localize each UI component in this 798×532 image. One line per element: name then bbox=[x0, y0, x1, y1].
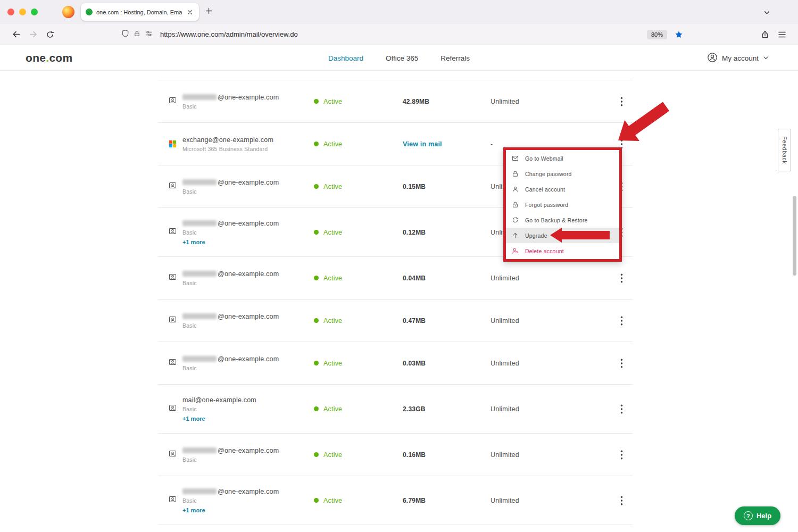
onecom-logo[interactable]: one.com bbox=[26, 52, 72, 64]
help-button[interactable]: ? Help bbox=[735, 506, 780, 525]
status-dot-icon bbox=[314, 498, 319, 503]
row-actions-kebab-button[interactable] bbox=[614, 94, 629, 109]
mail-account-icon bbox=[169, 227, 177, 237]
back-icon[interactable] bbox=[7, 27, 24, 43]
nav-link-referrals[interactable]: Referrals bbox=[440, 54, 470, 62]
menu-icon[interactable] bbox=[774, 27, 791, 43]
email-domain: @one-example.com bbox=[218, 488, 279, 495]
more-accounts-link[interactable]: +1 more bbox=[182, 239, 279, 245]
permissions-icon[interactable] bbox=[145, 30, 153, 39]
change-password-icon bbox=[512, 170, 519, 177]
status-label: Active bbox=[323, 275, 342, 282]
email-domain: @one-example.com bbox=[218, 313, 279, 320]
table-row: @one-example.com Basic Active 0.04MB Unl… bbox=[158, 257, 633, 300]
quota-value: Unlimited bbox=[488, 317, 610, 325]
my-account-label: My account bbox=[722, 54, 759, 62]
table-row: mail@one-example.com Basic +1 more Activ… bbox=[158, 385, 633, 434]
plan-label: Basic bbox=[182, 188, 279, 195]
status-dot-icon bbox=[314, 230, 319, 235]
email-text-block: exchange@one-example.com Microsoft 365 B… bbox=[182, 136, 273, 152]
storage-value: 6.79MB bbox=[400, 497, 488, 504]
context-menu-item[interactable]: Forgot password bbox=[506, 197, 619, 212]
email-text-block: mail@one-example.com Basic +1 more bbox=[182, 396, 256, 422]
feedback-tab[interactable]: Feedback bbox=[778, 129, 791, 171]
email-cell: @one-example.com Basic +1 more bbox=[158, 220, 312, 245]
shield-icon[interactable] bbox=[121, 29, 129, 40]
firefox-icon bbox=[62, 6, 74, 18]
context-menu-item-label: Forgot password bbox=[525, 202, 568, 208]
bookmark-star-icon[interactable] bbox=[671, 27, 686, 42]
forgot-password-icon bbox=[512, 201, 519, 208]
new-tab-button[interactable] bbox=[205, 7, 212, 16]
more-accounts-link[interactable]: +1 more bbox=[182, 507, 279, 513]
email-cell: @one-example.com Basic bbox=[158, 270, 312, 286]
email-address: exchange@one-example.com bbox=[182, 136, 273, 144]
context-menu-item[interactable]: Change password bbox=[506, 166, 619, 181]
url-text[interactable]: https://www.one.com/admin/mail/overview.… bbox=[160, 30, 298, 38]
context-menu-item[interactable]: Go to Webmail bbox=[506, 151, 619, 166]
table-row: @one-example.com Basic Active 0.03MB Unl… bbox=[158, 342, 633, 385]
status-dot-icon bbox=[314, 184, 319, 189]
quota-value: Unlimited bbox=[488, 405, 610, 413]
status-label: Active bbox=[323, 497, 342, 504]
tab-overflow-chevron-icon[interactable] bbox=[763, 9, 770, 18]
context-menu-item[interactable]: Delete account bbox=[506, 243, 619, 259]
email-address: @one-example.com bbox=[182, 447, 279, 454]
page-scrollbar-thumb[interactable] bbox=[793, 196, 796, 276]
status-cell: Active bbox=[312, 497, 400, 504]
email-cell: @one-example.com Basic bbox=[158, 313, 312, 329]
redacted-email-local bbox=[182, 271, 217, 277]
email-cell: @one-example.com Basic +1 more bbox=[158, 488, 312, 513]
row-actions-kebab-button[interactable] bbox=[614, 313, 629, 328]
macos-close-button[interactable] bbox=[7, 9, 14, 15]
url-bar[interactable]: https://www.one.com/admin/mail/overview.… bbox=[121, 27, 686, 42]
table-row: @one-example.com Basic Active 42.89MB Un… bbox=[158, 80, 633, 123]
email-text-block: @one-example.com Basic +1 more bbox=[182, 220, 279, 245]
browser-tab-bar: one.com : Hosting, Domain, Ema bbox=[0, 0, 798, 24]
email-address: @one-example.com bbox=[182, 488, 279, 495]
status-dot-icon bbox=[314, 99, 319, 104]
upgrade-icon bbox=[512, 232, 519, 239]
email-domain: @one-example.com bbox=[218, 447, 279, 454]
microsoft-365-icon bbox=[169, 140, 177, 148]
more-accounts-link[interactable]: +1 more bbox=[182, 415, 256, 422]
nav-link-office-365[interactable]: Office 365 bbox=[386, 54, 418, 62]
nav-link-dashboard[interactable]: Dashboard bbox=[328, 54, 363, 62]
row-actions-kebab-button[interactable] bbox=[614, 271, 629, 286]
row-actions-kebab-button[interactable] bbox=[614, 447, 629, 462]
email-cell: @one-example.com Basic bbox=[158, 447, 312, 463]
macos-minimize-button[interactable] bbox=[19, 9, 26, 15]
context-menu-item[interactable]: Go to Backup & Restore bbox=[506, 212, 619, 228]
redacted-email-local bbox=[182, 94, 217, 100]
forward-icon[interactable] bbox=[24, 27, 41, 43]
mail-account-icon bbox=[169, 315, 177, 326]
email-domain: @one-example.com bbox=[195, 396, 256, 404]
storage-value: 0.15MB bbox=[400, 183, 488, 190]
my-account-menu[interactable]: My account bbox=[707, 45, 769, 71]
tab-close-icon[interactable] bbox=[186, 8, 194, 16]
macos-zoom-button[interactable] bbox=[31, 9, 38, 15]
lock-icon[interactable] bbox=[134, 30, 140, 39]
save-page-icon[interactable] bbox=[757, 27, 774, 43]
browser-tab[interactable]: one.com : Hosting, Domain, Ema bbox=[81, 3, 199, 21]
table-row: @one-example.com Basic Active 0.47MB Unl… bbox=[158, 300, 633, 342]
context-menu-item-label: Cancel account bbox=[525, 186, 565, 193]
context-menu-item[interactable]: Cancel account bbox=[506, 181, 619, 197]
storage-value[interactable]: View in mail bbox=[400, 140, 488, 148]
quota-value: Unlimited bbox=[488, 451, 610, 459]
email-domain: @one-example.com bbox=[212, 136, 273, 144]
row-actions-kebab-button[interactable] bbox=[614, 402, 629, 417]
email-text-block: @one-example.com Basic bbox=[182, 94, 279, 110]
plan-label: Basic bbox=[182, 280, 279, 286]
row-actions-kebab-button[interactable] bbox=[614, 493, 629, 508]
backup-restore-icon bbox=[512, 217, 519, 223]
email-domain: @one-example.com bbox=[218, 179, 279, 186]
zoom-level-badge[interactable]: 80% bbox=[647, 30, 667, 39]
quota-value: Unlimited bbox=[488, 275, 610, 282]
email-address: @one-example.com bbox=[182, 220, 279, 227]
status-cell: Active bbox=[312, 183, 400, 190]
email-address: @one-example.com bbox=[182, 355, 279, 363]
context-menu-item[interactable]: Upgrade bbox=[506, 228, 619, 243]
reload-icon[interactable] bbox=[41, 27, 59, 43]
row-actions-kebab-button[interactable] bbox=[614, 356, 629, 371]
